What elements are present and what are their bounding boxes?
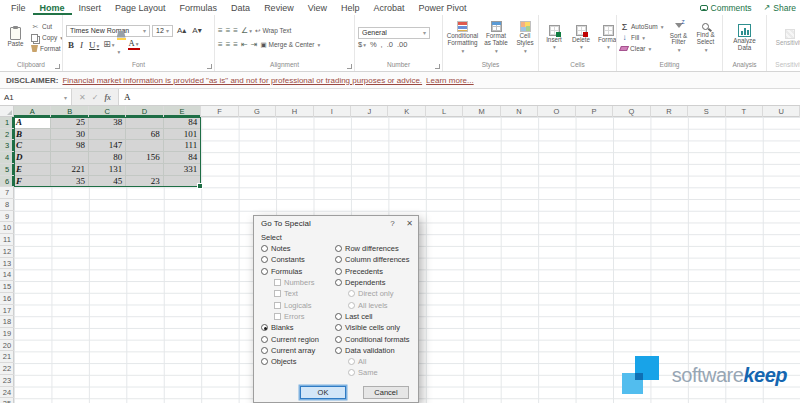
delete-cells-button[interactable]: Delete	[569, 25, 593, 51]
column-header-n[interactable]: N	[501, 106, 538, 117]
option-current-region[interactable]: Current region	[261, 333, 335, 344]
number-dialog-launcher[interactable]	[435, 64, 440, 69]
cut-button[interactable]: ✂Cut	[31, 22, 62, 32]
cell-a1[interactable]: A	[14, 117, 51, 129]
cell-e5[interactable]: 331	[164, 164, 201, 176]
row-header-1[interactable]: 1	[0, 117, 14, 129]
tab-page-layout[interactable]: Page Layout	[108, 0, 173, 15]
clipboard-dialog-launcher[interactable]	[55, 64, 60, 69]
column-header-f[interactable]: F	[201, 106, 238, 117]
tab-acrobat[interactable]: Acrobat	[367, 0, 412, 15]
cell-c5[interactable]: 131	[89, 164, 126, 176]
disclaimer-learn-more-link[interactable]: Learn more...	[426, 76, 474, 85]
cell-a6[interactable]: F	[14, 176, 51, 188]
option-data-validation[interactable]: Data validation	[335, 345, 411, 356]
format-painter-button[interactable]: Format Painter	[31, 44, 62, 54]
align-middle-icon[interactable]: ≡	[226, 26, 231, 36]
option-objects[interactable]: Objects	[261, 356, 335, 367]
fill-color-button[interactable]	[117, 31, 126, 58]
dialog-titlebar[interactable]: Go To Special ? ✕	[254, 216, 418, 231]
row-header-14[interactable]: 14	[0, 269, 14, 281]
underline-button[interactable]: U	[87, 40, 101, 50]
align-top-icon[interactable]: ≡	[218, 26, 223, 36]
option-precedents[interactable]: Precedents	[335, 266, 411, 277]
cell-c3[interactable]: 147	[89, 140, 126, 152]
cell-b1[interactable]: 25	[51, 117, 88, 129]
bold-button[interactable]: B	[66, 40, 76, 50]
column-header-a[interactable]: A	[14, 106, 51, 117]
dialog-close-icon[interactable]: ✕	[401, 219, 418, 228]
column-header-k[interactable]: K	[389, 106, 426, 117]
row-header-9[interactable]: 9	[0, 211, 14, 223]
row-header-17[interactable]: 17	[0, 305, 14, 317]
increase-decimal-button[interactable]: .0	[387, 40, 393, 49]
column-header-p[interactable]: P	[576, 106, 613, 117]
column-header-s[interactable]: S	[688, 106, 725, 117]
cell-a5[interactable]: E	[14, 164, 51, 176]
find-select-button[interactable]: Find & Select	[694, 22, 718, 53]
autosum-button[interactable]: ΣAutoSum	[620, 22, 664, 32]
option-conditional-formats[interactable]: Conditional formats	[335, 333, 411, 344]
column-header-c[interactable]: C	[89, 106, 126, 117]
cell-d4[interactable]: 156	[126, 152, 163, 164]
row-header-22[interactable]: 22	[0, 363, 14, 375]
fill-button[interactable]: ↓Fill	[620, 33, 664, 43]
cell-b4[interactable]	[51, 152, 88, 164]
decrease-decimal-button[interactable]: .00	[397, 40, 407, 49]
dialog-help-button[interactable]: ?	[384, 219, 401, 228]
cell-a4[interactable]: D	[14, 152, 51, 164]
align-left-icon[interactable]: ≡	[218, 40, 223, 50]
formula-input[interactable]: A	[119, 89, 800, 105]
cell-b6[interactable]: 35	[51, 176, 88, 188]
sort-filter-button[interactable]: Sort & Filter	[667, 22, 691, 54]
row-header-4[interactable]: 4	[0, 152, 14, 164]
font-name-select[interactable]: Times New Roman▾	[66, 25, 150, 37]
tab-insert[interactable]: Insert	[72, 0, 109, 15]
orientation-icon[interactable]: ∠	[241, 26, 252, 36]
row-header-5[interactable]: 5	[0, 164, 14, 176]
column-header-t[interactable]: T	[726, 106, 763, 117]
option-formulas[interactable]: Formulas	[261, 266, 335, 277]
align-bottom-icon[interactable]: ≡	[233, 26, 238, 36]
cell-c4[interactable]: 80	[89, 152, 126, 164]
row-header-24[interactable]: 24	[0, 387, 14, 399]
tab-review[interactable]: Review	[257, 0, 301, 15]
decrease-font-button[interactable]: A▾	[190, 26, 203, 35]
row-header-13[interactable]: 13	[0, 258, 14, 270]
column-header-h[interactable]: H	[276, 106, 313, 117]
select-all-corner[interactable]	[0, 106, 14, 117]
cancel-entry-icon[interactable]: ✕	[79, 93, 86, 102]
increase-indent-icon[interactable]: ⇥	[251, 40, 258, 50]
confirm-entry-icon[interactable]: ✓	[92, 93, 99, 102]
font-size-select[interactable]: 12▾	[152, 25, 173, 37]
cell-a3[interactable]: C	[14, 140, 51, 152]
italic-button[interactable]: I	[78, 40, 85, 50]
cell-e3[interactable]: 111	[164, 140, 201, 152]
row-header-23[interactable]: 23	[0, 375, 14, 387]
cell-b3[interactable]: 98	[51, 140, 88, 152]
ok-button[interactable]: OK	[300, 386, 346, 399]
row-header-16[interactable]: 16	[0, 293, 14, 305]
tab-formulas[interactable]: Formulas	[173, 0, 225, 15]
column-header-i[interactable]: I	[314, 106, 351, 117]
tab-data[interactable]: Data	[224, 0, 257, 15]
cell-a2[interactable]: B	[14, 129, 51, 141]
option-column-differences[interactable]: Column differences	[335, 254, 411, 265]
column-header-d[interactable]: D	[126, 106, 163, 117]
row-header-15[interactable]: 15	[0, 281, 14, 293]
insert-cells-button[interactable]: Insert	[542, 25, 566, 51]
cell-c1[interactable]: 38	[89, 117, 126, 129]
cell-d3[interactable]	[126, 140, 163, 152]
row-header-3[interactable]: 3	[0, 140, 14, 152]
merge-center-button[interactable]: ▣Merge & Center	[260, 41, 320, 49]
row-header-20[interactable]: 20	[0, 340, 14, 352]
tab-view[interactable]: View	[301, 0, 334, 15]
column-header-o[interactable]: O	[538, 106, 575, 117]
row-header-11[interactable]: 11	[0, 234, 14, 246]
cell-c6[interactable]: 45	[89, 176, 126, 188]
comma-button[interactable]: ,	[381, 40, 383, 49]
align-center-icon[interactable]: ≡	[226, 40, 231, 50]
share-button[interactable]: ↗ Share	[764, 3, 796, 13]
row-header-8[interactable]: 8	[0, 199, 14, 211]
column-header-j[interactable]: J	[351, 106, 388, 117]
